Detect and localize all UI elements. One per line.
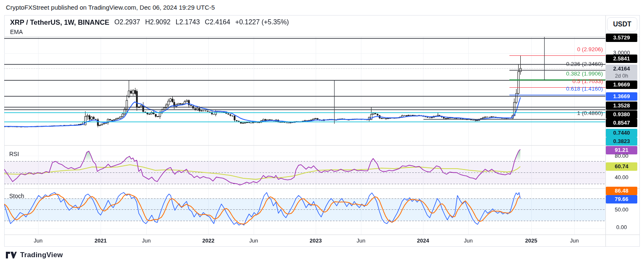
fib-level-label: 0 (2.9206) [577, 46, 603, 53]
screenshot-stage: CryptoFXStreet published on TradingView.… [0, 0, 644, 266]
fib-level-label: 1 (0.4860) [577, 110, 603, 117]
tradingview-logo-text: TradingView [20, 251, 63, 259]
ohlc-open: O2.2937 [114, 18, 140, 26]
stoch-axis-label: 50.00 [606, 206, 637, 214]
tradingview-logo[interactable]: TradingView [6, 251, 63, 259]
time-axis-month-label: Jun [464, 236, 473, 245]
bar-countdown: 2d 0h [606, 73, 637, 80]
stoch-pane-label[interactable]: Stoch [9, 193, 24, 199]
price-axis-label: 1.9669 [606, 81, 637, 89]
fib-level-label: 0.382 (1.9906) [566, 70, 603, 77]
time-axis-year-label: 2022 [203, 236, 215, 245]
fib-level-label: 0.236 (2.3460) [566, 61, 603, 68]
time-axis-year-label: 2024 [417, 236, 429, 245]
ohlc-change: +0.1227 (+5.35%) [235, 18, 289, 26]
currency-toggle-button[interactable]: USDT [607, 17, 637, 31]
price-axis-label: 1.3669 [606, 92, 637, 101]
price-axis-label: 0.8547 [606, 119, 637, 127]
fib-level-label: 0.5 (1.7033) [572, 78, 603, 85]
price-axis-label: 1.3528 [606, 102, 637, 110]
time-axis-year-label: 2025 [525, 236, 538, 245]
rsi-axis-label: 60.74 [606, 162, 637, 171]
price-axis-label: 2.41642d 0h [606, 65, 637, 81]
fib-level-label: 0.618 (1.4160) [566, 86, 603, 92]
ohlc-close: C2.4164 [205, 18, 231, 26]
price-axis-label: 3.5729 [606, 34, 637, 42]
time-axis-year-label: 2021 [95, 236, 107, 245]
ema-indicator-label[interactable]: EMA [10, 29, 23, 35]
tradingview-logo-icon [6, 252, 17, 258]
time-axis-month-label: Jun [249, 236, 258, 245]
stoch-axis-label: 86.48 [606, 187, 637, 195]
price-axis-label: 2.5841 [606, 55, 637, 63]
time-axis-year-label: 2023 [310, 236, 322, 245]
stoch-axis-label: 0.00 [606, 223, 637, 232]
price-axis-label: 0.9380 [606, 110, 637, 119]
rsi-axis-label: 80.00 [606, 152, 637, 160]
chart-canvas[interactable] [0, 0, 644, 266]
symbol-title[interactable]: XRP / TetherUS, 1W, BINANCE [10, 18, 109, 26]
time-axis-month-label: Jun [142, 236, 151, 245]
price-axis-label: 0.3823 [606, 137, 637, 146]
time-axis-month-label: Jun [34, 236, 43, 245]
ohlc-low: L2.1743 [176, 18, 200, 26]
rsi-axis-label: 40.00 [606, 173, 637, 182]
time-axis-month-label: Jun [357, 236, 366, 245]
price-axis-label: 0.7440 [606, 129, 637, 137]
time-axis-month-label: Jun [570, 236, 579, 245]
chart-legend[interactable]: XRP / TetherUS, 1W, BINANCE O2.2937 H2.9… [10, 18, 289, 26]
stoch-axis-label: 79.66 [606, 195, 637, 203]
rsi-pane-label[interactable]: RSI [9, 151, 19, 157]
ohlc-high: H2.9092 [145, 18, 171, 26]
